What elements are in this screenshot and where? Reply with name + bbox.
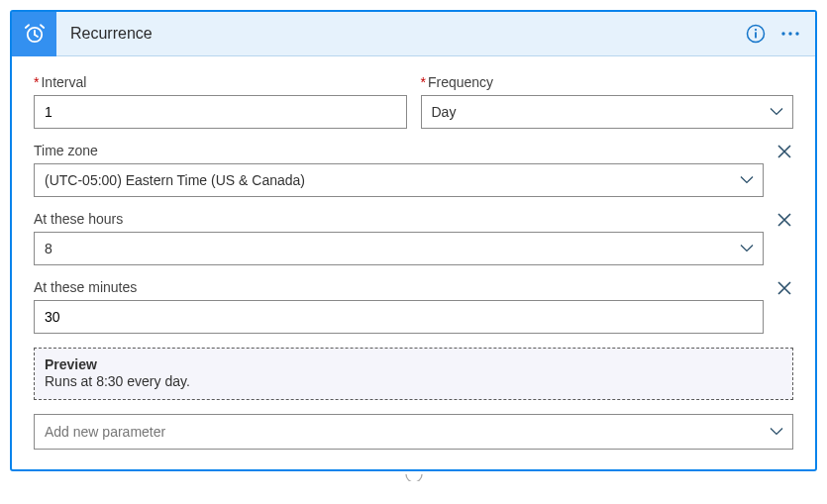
- svg-rect-7: [755, 32, 757, 38]
- frequency-label: *Frequency: [421, 74, 794, 90]
- timezone-select[interactable]: (UTC-05:00) Eastern Time (US & Canada): [34, 163, 764, 197]
- svg-line-2: [35, 35, 38, 37]
- chevron-down-icon: [769, 103, 784, 122]
- header-actions: [746, 24, 815, 44]
- add-parameter-select[interactable]: Add new parameter: [34, 414, 793, 450]
- frequency-select[interactable]: Day: [421, 95, 794, 129]
- hours-label: At these hours: [34, 211, 764, 227]
- add-parameter-placeholder: Add new parameter: [45, 424, 165, 440]
- interval-label-text: Interval: [41, 74, 86, 90]
- clock-icon: [12, 12, 56, 56]
- svg-point-6: [755, 29, 757, 31]
- timezone-value: (UTC-05:00) Eastern Time (US & Canada): [45, 172, 305, 188]
- minutes-label: At these minutes: [34, 279, 764, 295]
- hours-select[interactable]: 8: [34, 232, 764, 265]
- preview-text: Runs at 8:30 every day.: [45, 373, 782, 389]
- more-icon[interactable]: [779, 24, 801, 44]
- svg-point-10: [795, 32, 798, 35]
- preview-box: Preview Runs at 8:30 every day.: [34, 348, 793, 400]
- chevron-down-icon: [769, 423, 784, 442]
- svg-point-8: [781, 32, 784, 35]
- preview-title: Preview: [45, 356, 782, 372]
- svg-point-9: [788, 32, 791, 35]
- frequency-field: *Frequency Day: [421, 74, 794, 129]
- card-body: *Interval *Frequency Day Time zone (UTC-…: [12, 56, 815, 469]
- hours-field: At these hours 8: [34, 211, 764, 265]
- info-icon[interactable]: [746, 24, 766, 44]
- interval-input[interactable]: [34, 95, 407, 129]
- remove-timezone-button[interactable]: [764, 143, 793, 160]
- recurrence-card: Recurrence *Interval: [10, 10, 817, 471]
- timezone-field: Time zone (UTC-05:00) Eastern Time (US &…: [34, 143, 764, 197]
- chevron-down-icon: [739, 171, 755, 190]
- timezone-label: Time zone: [34, 143, 764, 158]
- card-title: Recurrence: [56, 25, 746, 43]
- remove-hours-button[interactable]: [764, 211, 793, 229]
- card-header: Recurrence: [12, 12, 815, 56]
- frequency-value: Day: [432, 104, 457, 120]
- hours-value: 8: [45, 241, 52, 256]
- minutes-input[interactable]: [34, 300, 764, 334]
- svg-line-4: [41, 25, 44, 28]
- remove-minutes-button[interactable]: [764, 279, 793, 297]
- frequency-label-text: Frequency: [428, 74, 493, 90]
- minutes-field: At these minutes: [34, 279, 764, 334]
- interval-label: *Interval: [34, 74, 407, 90]
- chevron-down-icon: [739, 240, 755, 258]
- svg-line-3: [25, 25, 28, 28]
- interval-field: *Interval: [34, 74, 407, 129]
- flow-connector: [10, 471, 817, 481]
